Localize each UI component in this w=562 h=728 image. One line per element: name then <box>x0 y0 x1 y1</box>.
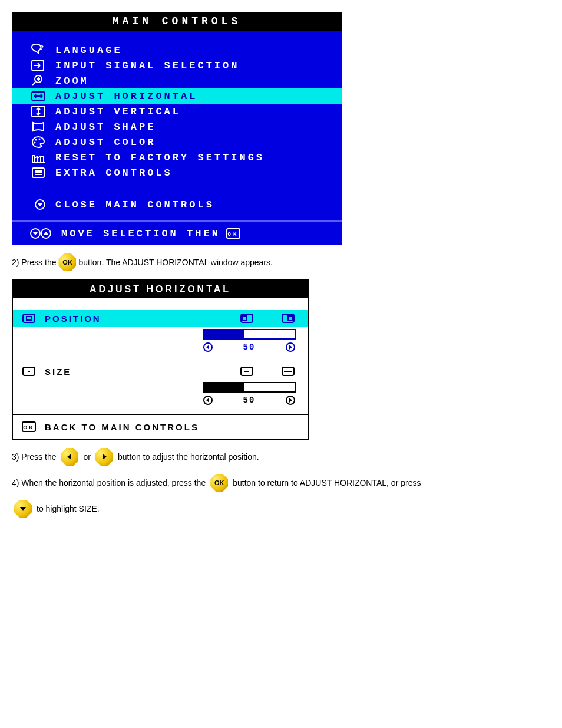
main-controls-panel: MAIN CONTROLS ? LANGUAGE INPUT SIGNAL SE… <box>12 12 342 245</box>
size-icon <box>21 365 37 377</box>
position-value: 50 <box>243 342 256 352</box>
svg-rect-14 <box>23 314 35 322</box>
left-button[interactable] <box>61 448 78 466</box>
step3-suffix: button to adjust the horizontal position… <box>118 452 259 462</box>
main-menu: ? LANGUAGE INPUT SIGNAL SELECTION ZOOM A… <box>12 31 342 220</box>
menu-item-label: ADJUST SHAPE <box>55 121 156 133</box>
menu-item-label: ADJUST HORIZONTAL <box>55 91 197 102</box>
main-controls-title: MAIN CONTROLS <box>12 12 342 31</box>
adjust-horizontal-icon <box>29 90 47 103</box>
adjust-shape-icon <box>29 120 47 133</box>
adjust-vertical-icon <box>29 105 47 118</box>
step-2-instruction: 2) Press the OK button. The ADJUST HORIZ… <box>12 253 550 271</box>
step-3-instruction: 3) Press the or button to adjust the hor… <box>12 448 550 466</box>
ok-button[interactable]: OK <box>58 253 76 271</box>
main-footer: MOVE SELECTION THEN OK <box>12 222 342 245</box>
position-slider[interactable] <box>203 329 296 340</box>
step3-mid: or <box>83 452 90 462</box>
adjust-row-size[interactable]: SIZE 5 <box>13 361 308 414</box>
size-slider-fill <box>204 383 244 391</box>
svg-point-7 <box>34 142 36 144</box>
ok-box-icon: OK <box>226 228 240 239</box>
palette-icon <box>29 136 47 149</box>
back-label: BACK TO MAIN CONTROLS <box>45 422 199 432</box>
menu-item-language[interactable]: ? LANGUAGE <box>12 42 342 58</box>
circle-down-icon <box>33 198 47 211</box>
svg-text:OK: OK <box>23 424 35 430</box>
adjust-title: ADJUST HORIZONTAL <box>13 281 308 298</box>
menu-item-label: ADJUST COLOR <box>55 137 156 148</box>
down-button[interactable] <box>14 500 32 518</box>
adjust-body: POSITION <box>13 298 308 414</box>
right-button[interactable] <box>95 448 113 466</box>
step4b-text: to highlight SIZE. <box>37 504 100 513</box>
size-small-pic-icon <box>239 365 254 377</box>
svg-point-5 <box>35 139 37 141</box>
circle-left-icon[interactable] <box>203 395 213 406</box>
position-left-pic-icon <box>239 312 254 324</box>
size-value: 50 <box>243 396 256 405</box>
circle-right-icon[interactable] <box>285 395 296 406</box>
menu-item-extra-controls[interactable]: EXTRA CONTROLS <box>12 165 342 180</box>
step4-prefix: 4) When the horizontal position is adjus… <box>12 478 206 487</box>
svg-rect-15 <box>27 317 31 320</box>
menu-item-adjust-color[interactable]: ADJUST COLOR <box>12 134 342 150</box>
svg-point-6 <box>39 139 41 140</box>
step2-suffix: button. The ADJUST HORIZONTAL window app… <box>78 258 272 267</box>
factory-icon <box>29 151 47 164</box>
menu-item-zoom[interactable]: ZOOM <box>12 73 342 88</box>
menu-item-input-signal[interactable]: INPUT SIGNAL SELECTION <box>12 58 342 73</box>
menu-item-adjust-shape[interactable]: ADJUST SHAPE <box>12 119 342 134</box>
size-label: SIZE <box>45 367 71 377</box>
menu-item-label: LANGUAGE <box>55 45 123 56</box>
svg-text:?: ? <box>40 45 46 51</box>
ok-button[interactable]: OK <box>210 474 228 492</box>
svg-rect-17 <box>242 316 247 321</box>
back-to-main-controls[interactable]: OK BACK TO MAIN CONTROLS <box>13 414 308 439</box>
position-label: POSITION <box>45 314 101 324</box>
menu-item-reset-factory[interactable]: RESET TO FACTORY SETTINGS <box>12 150 342 165</box>
step2-prefix: 2) Press the <box>12 258 56 267</box>
list-icon <box>29 166 47 179</box>
position-right-pic-icon <box>280 312 296 324</box>
position-slider-fill <box>204 330 244 338</box>
circle-left-icon[interactable] <box>203 342 213 353</box>
up-down-icons <box>29 228 53 239</box>
adjust-horizontal-panel: ADJUST HORIZONTAL POSITION <box>12 279 309 440</box>
close-main-controls[interactable]: CLOSE MAIN CONTROLS <box>12 196 342 218</box>
adjust-row-position[interactable]: POSITION <box>13 308 308 361</box>
step-4b-instruction: to highlight SIZE. <box>12 500 550 518</box>
menu-item-label: ZOOM <box>55 75 89 87</box>
close-label: CLOSE MAIN CONTROLS <box>55 199 214 210</box>
menu-item-label: INPUT SIGNAL SELECTION <box>55 60 239 71</box>
size-slider[interactable] <box>203 382 296 393</box>
step4-suffix: button to return to ADJUST HORIZONTAL, o… <box>233 478 421 487</box>
size-large-pic-icon <box>280 365 296 377</box>
svg-rect-19 <box>288 316 293 321</box>
step3-prefix: 3) Press the <box>12 452 56 462</box>
footer-label: MOVE SELECTION THEN <box>61 228 220 239</box>
svg-text:OK: OK <box>227 232 239 238</box>
ok-box-icon: OK <box>21 421 37 433</box>
step-4-instruction: 4) When the horizontal position is adjus… <box>12 474 550 492</box>
menu-item-adjust-horizontal[interactable]: ADJUST HORIZONTAL <box>12 88 342 104</box>
speech-question-icon: ? <box>29 44 47 57</box>
menu-item-label: ADJUST VERTICAL <box>55 106 181 117</box>
circle-right-icon[interactable] <box>285 342 296 353</box>
position-icon <box>21 312 37 324</box>
menu-item-label: EXTRA CONTROLS <box>55 167 173 179</box>
menu-item-adjust-vertical[interactable]: ADJUST VERTICAL <box>12 104 342 119</box>
magnifier-plus-icon <box>29 74 47 87</box>
arrow-input-icon <box>29 59 47 72</box>
menu-item-label: RESET TO FACTORY SETTINGS <box>55 152 265 163</box>
